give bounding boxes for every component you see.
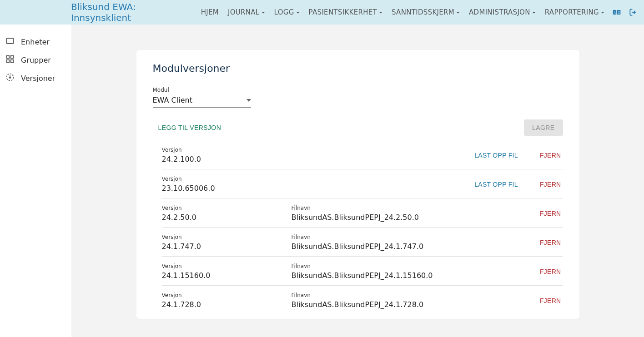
version-label: Versjon	[162, 176, 292, 182]
version-row: Versjon24.2.50.0FilnavnBliksundAS.Bliksu…	[162, 198, 563, 228]
chevron-down-icon	[601, 8, 604, 16]
nav-item-label: JOURNAL	[228, 8, 260, 16]
header: Bliksund EWA: Innsynsklient HJEMJOURNALL…	[0, 0, 644, 25]
filename-value: BliksundAS.BliksundPEPJ_24.1.728.0	[292, 300, 538, 309]
nav-item-label: SANNTIDSSKJERM	[392, 8, 454, 16]
nav: HJEMJOURNALLOGGPASIENTSIKKERHETSANNTIDSS…	[197, 5, 609, 19]
version-cell: Versjon24.1.728.0	[162, 292, 292, 309]
version-cell: Versjon24.1.747.0	[162, 234, 292, 251]
sidebar-item-label: Enheter	[21, 38, 50, 46]
remove-button[interactable]: FJERN	[538, 265, 563, 278]
nav-item-label: PASIENTSIKKERHET	[309, 8, 377, 16]
remove-button[interactable]: FJERN	[538, 178, 563, 191]
svg-text:Z: Z	[618, 11, 620, 15]
svg-rect-4	[7, 38, 14, 44]
version-cell: Versjon23.10.65006.0	[162, 176, 292, 193]
filename-cell: FilnavnBliksundAS.BliksundPEPJ_24.1.1516…	[292, 263, 538, 280]
chevron-down-icon	[296, 8, 300, 16]
nav-item-rapportering[interactable]: RAPPORTERING	[541, 5, 609, 19]
module-label: Modul	[153, 87, 563, 93]
svg-rect-7	[7, 60, 10, 63]
remove-button[interactable]: FJERN	[538, 149, 563, 162]
svg-rect-8	[11, 60, 14, 63]
version-row: Versjon24.1.728.0FilnavnBliksundAS.Bliks…	[162, 286, 563, 314]
version-list: Versjon24.2.100.0LAST OPP FILFJERNVersjo…	[162, 140, 563, 314]
sidebar-item-enheter[interactable]: Enheter	[0, 33, 71, 51]
version-value: 24.1.728.0	[162, 300, 292, 309]
filename-label: Filnavn	[292, 234, 538, 240]
nav-item-hjem[interactable]: HJEM	[197, 5, 223, 19]
svg-rect-6	[11, 56, 14, 59]
add-version-button[interactable]: LEGG TIL VERSJON	[153, 120, 227, 135]
nav-item-label: ADMINISTRASJON	[469, 8, 530, 16]
save-button[interactable]: LAGRE	[524, 119, 563, 136]
sidebar-item-versjoner[interactable]: Versjoner	[0, 69, 71, 87]
version-value: 24.1.747.0	[162, 242, 292, 251]
row-actions: FJERN	[538, 236, 563, 249]
module-select-value: EWA Client	[153, 96, 192, 104]
filename-value: BliksundAS.BliksundPEPJ_24.1.15160.0	[292, 271, 538, 280]
nav-item-journal[interactable]: JOURNAL	[224, 5, 269, 19]
nav-item-pasientsikkerhet[interactable]: PASIENTSIKKERHET	[305, 5, 387, 19]
app-brand[interactable]: Bliksund EWA: Innsynsklient	[71, 1, 187, 23]
version-label: Versjon	[162, 292, 292, 298]
version-row: Versjon24.1.747.0FilnavnBliksundAS.Bliks…	[162, 228, 563, 257]
nav-item-label: LOGG	[274, 8, 294, 16]
chevron-down-icon	[532, 8, 536, 16]
main: Modulversjoner Modul EWA Client LEGG TIL…	[71, 25, 644, 337]
row-actions: FJERN	[538, 294, 563, 307]
version-cell: Versjon24.2.50.0	[162, 205, 292, 222]
filename-value: BliksundAS.BliksundPEPJ_24.1.747.0	[292, 242, 538, 251]
remove-button[interactable]: FJERN	[538, 207, 563, 220]
upload-file-button[interactable]: LAST OPP FIL	[473, 149, 520, 162]
download-circle-icon	[5, 73, 15, 84]
filename-label: Filnavn	[292, 292, 538, 298]
sidebar-item-label: Versjoner	[21, 74, 55, 83]
row-actions: LAST OPP FILFJERN	[473, 149, 563, 162]
svg-text:A: A	[614, 11, 616, 15]
upload-file-button[interactable]: LAST OPP FIL	[473, 178, 520, 191]
filename-cell: FilnavnBliksundAS.BliksundPEPJ_24.1.728.…	[292, 292, 538, 309]
sidebar-item-grupper[interactable]: Grupper	[0, 51, 71, 69]
row-actions: FJERN	[538, 207, 563, 220]
sidebar: Enheter Grupper Versjoner	[0, 25, 71, 337]
version-value: 24.1.15160.0	[162, 271, 292, 280]
module-select[interactable]: EWA Client	[153, 94, 251, 108]
language-icon[interactable]: AZ	[612, 8, 621, 17]
remove-button[interactable]: FJERN	[538, 294, 563, 307]
chevron-down-icon	[247, 96, 251, 104]
nav-item-administrasjon[interactable]: ADMINISTRASJON	[465, 5, 540, 19]
filename-value: BliksundAS.BliksundPEPJ_24.2.50.0	[292, 213, 538, 222]
version-value: 24.2.50.0	[162, 213, 292, 222]
filename-label: Filnavn	[292, 263, 538, 269]
filename-cell: FilnavnBliksundAS.BliksundPEPJ_24.2.50.0	[292, 205, 538, 222]
filename-cell: FilnavnBliksundAS.BliksundPEPJ_24.1.747.…	[292, 234, 538, 251]
version-value: 24.2.100.0	[162, 155, 292, 164]
sidebar-item-label: Grupper	[21, 56, 51, 64]
svg-rect-5	[7, 56, 10, 59]
nav-item-logg[interactable]: LOGG	[270, 5, 304, 19]
chevron-down-icon	[379, 8, 382, 16]
remove-button[interactable]: FJERN	[538, 236, 563, 249]
version-label: Versjon	[162, 234, 292, 240]
version-label: Versjon	[162, 205, 292, 211]
version-label: Versjon	[162, 147, 292, 153]
nav-item-sanntidsskjerm[interactable]: SANNTIDSSKJERM	[387, 5, 464, 19]
version-cell: Versjon24.1.15160.0	[162, 263, 292, 280]
filename-label: Filnavn	[292, 205, 538, 211]
version-label: Versjon	[162, 263, 292, 269]
logout-icon[interactable]	[629, 8, 638, 17]
version-row: Versjon23.10.65006.0LAST OPP FILFJERN	[162, 169, 563, 198]
row-actions: LAST OPP FILFJERN	[473, 178, 563, 191]
toolbar: LEGG TIL VERSJON LAGRE	[153, 119, 563, 136]
nav-item-label: HJEM	[201, 8, 219, 16]
version-cell: Versjon24.2.100.0	[162, 147, 292, 164]
grid-icon	[5, 55, 15, 65]
chevron-down-icon	[456, 8, 460, 16]
version-row: Versjon24.1.15160.0FilnavnBliksundAS.Bli…	[162, 257, 563, 286]
page-title: Modulversjoner	[153, 63, 563, 74]
header-actions: AZ	[612, 8, 638, 17]
module-versions-card: Modulversjoner Modul EWA Client LEGG TIL…	[136, 50, 579, 319]
version-row: Versjon24.2.100.0LAST OPP FILFJERN	[162, 140, 563, 169]
version-value: 23.10.65006.0	[162, 184, 292, 193]
